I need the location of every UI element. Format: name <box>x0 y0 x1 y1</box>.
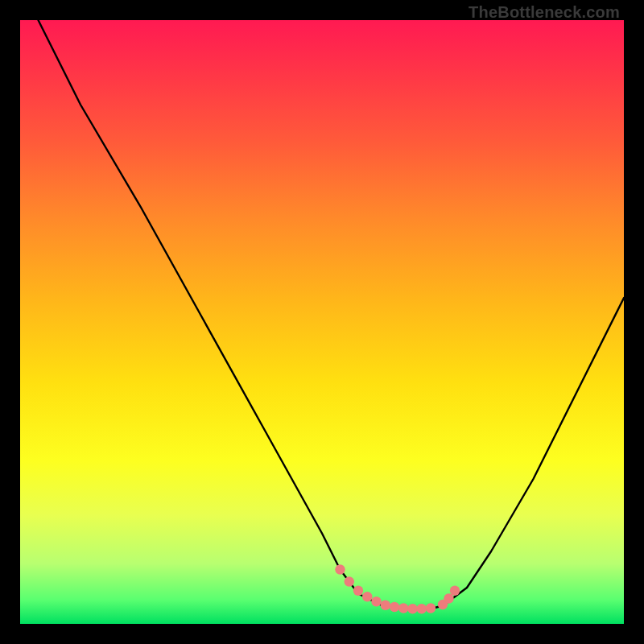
recommended-range-dot <box>362 592 372 601</box>
recommended-range-dot <box>444 593 453 603</box>
chart-frame: TheBottleneck.com <box>0 0 644 644</box>
bottleneck-curve-path <box>39 20 625 609</box>
recommended-range-dot <box>450 586 460 596</box>
recommended-range-dot <box>381 601 390 610</box>
attribution-text: TheBottleneck.com <box>469 3 620 22</box>
recommended-range-dot <box>398 603 408 613</box>
recommended-range-dot <box>345 576 354 586</box>
series-container <box>39 20 625 613</box>
recommended-range-dot <box>426 603 436 613</box>
recommended-range-dot <box>353 586 363 596</box>
plot-area <box>20 20 624 624</box>
recommended-range-dot <box>335 564 345 574</box>
recommended-range-dot <box>371 597 381 606</box>
chart-svg <box>20 20 624 624</box>
recommended-range-dot <box>390 602 399 612</box>
recommended-range-dot <box>417 604 427 613</box>
recommended-range-dot <box>407 604 417 613</box>
